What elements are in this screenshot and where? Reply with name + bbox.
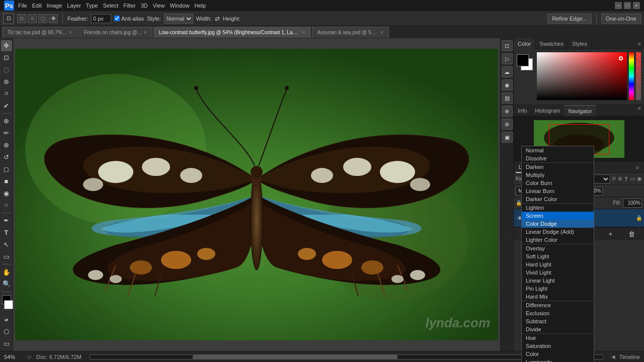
navigator-arrow[interactable]: ▷ xyxy=(28,354,32,359)
menu-edit[interactable]: Edit xyxy=(32,3,42,9)
close-tab-3[interactable]: × xyxy=(302,30,305,35)
rect-select-icon[interactable]: □ xyxy=(17,14,26,23)
ellipse-select-icon[interactable]: ○ xyxy=(28,14,37,23)
menu-layer[interactable]: Layer xyxy=(67,3,81,9)
new-layer-button[interactable]: + xyxy=(605,229,615,239)
blend-item-difference[interactable]: Difference xyxy=(522,301,594,309)
filter-adjustment-icon[interactable]: ⊕ xyxy=(618,175,622,182)
move-icon[interactable]: ✥ xyxy=(49,14,58,23)
color-gradient-picker[interactable] xyxy=(537,52,627,100)
quick-select-tool[interactable]: ⊛ xyxy=(1,76,12,87)
feather-input[interactable] xyxy=(91,14,111,23)
scrollbar-thumb[interactable] xyxy=(193,355,398,359)
menu-type[interactable]: Type xyxy=(86,3,98,9)
options-icon-4[interactable]: ◉ xyxy=(502,79,513,90)
spot-healing-tool[interactable]: ⊕ xyxy=(1,116,12,127)
blend-item-linear-dodge[interactable]: Linear Dodge (Add) xyxy=(522,228,594,236)
nav-tab-info[interactable]: Info xyxy=(514,105,531,116)
screen-mode-button[interactable]: ▭ xyxy=(1,338,12,349)
menu-help[interactable]: Help xyxy=(195,3,206,9)
blend-item-hue[interactable]: Hue xyxy=(522,334,594,342)
blend-item-dissolve[interactable]: Dissolve xyxy=(522,154,594,162)
pen-tool[interactable]: ✒ xyxy=(1,215,12,226)
path-select-tool[interactable]: ↖ xyxy=(1,239,12,250)
shape-tool[interactable]: ▭ xyxy=(1,251,12,262)
scroll-left-arrow[interactable]: ◀ xyxy=(611,354,615,359)
options-icon-2[interactable]: ▷ xyxy=(502,53,513,64)
color-tab-color[interactable]: Color xyxy=(514,38,535,49)
blend-item-lighten[interactable]: Lighten xyxy=(522,204,594,212)
fill-input[interactable] xyxy=(623,199,642,208)
close-tab-1[interactable]: × xyxy=(69,30,72,35)
blend-item-hard-light[interactable]: Hard Light xyxy=(522,260,594,268)
history-brush-tool[interactable]: ↺ xyxy=(1,152,12,163)
color-tab-styles[interactable]: Styles xyxy=(568,38,592,49)
filter-pixel-icon[interactable]: P xyxy=(612,176,616,182)
blend-item-pin-light[interactable]: Pin Light xyxy=(522,285,594,293)
menu-filter[interactable]: Filter xyxy=(123,3,135,9)
nav-tab-navigator[interactable]: Navigator xyxy=(564,105,596,116)
filter-type-icon[interactable]: T xyxy=(624,176,628,182)
close-button[interactable]: × xyxy=(633,2,640,9)
menu-file[interactable]: File xyxy=(18,3,27,9)
quick-mask-button[interactable]: ⬡ xyxy=(1,326,12,337)
blend-item-saturation[interactable]: Saturation xyxy=(522,342,594,350)
blend-item-multiply[interactable]: Multiply xyxy=(522,171,594,179)
close-tab-4[interactable]: × xyxy=(380,30,383,35)
hue-bar[interactable] xyxy=(629,52,634,100)
brush-tool[interactable]: ✏ xyxy=(1,128,12,139)
blend-item-linear-light[interactable]: Linear Light xyxy=(522,277,594,285)
blend-item-darken[interactable]: Darken xyxy=(522,163,594,171)
options-icon-8[interactable]: ▣ xyxy=(502,132,513,143)
eyedropper-tool[interactable]: ✔ xyxy=(1,100,12,111)
nav-tab-histogram[interactable]: Histogram xyxy=(531,105,564,116)
delete-layer-button[interactable]: 🗑 xyxy=(626,229,636,239)
options-icon-6[interactable]: ⊕ xyxy=(502,106,513,117)
blend-item-screen[interactable]: Screen xyxy=(522,212,594,220)
menu-image[interactable]: Image xyxy=(47,3,62,9)
blend-item-divide[interactable]: Divide xyxy=(522,325,594,333)
blur-tool[interactable]: ◉ xyxy=(1,188,12,199)
maximize-button[interactable]: □ xyxy=(624,2,631,9)
blend-item-darker-color[interactable]: Darker Color xyxy=(522,195,594,203)
close-tab-2[interactable]: × xyxy=(144,30,147,35)
zoom-tool[interactable]: 🔍 xyxy=(1,279,12,290)
blend-item-lighter-color[interactable]: Lighter Color xyxy=(522,236,594,244)
blend-item-linear-burn[interactable]: Linear Burn xyxy=(522,187,594,195)
blend-item-soft-light[interactable]: Soft Light xyxy=(522,252,594,260)
nav-panel-menu[interactable]: ≡ xyxy=(635,105,644,116)
menu-window[interactable]: Window xyxy=(170,3,189,9)
blend-item-color[interactable]: Color xyxy=(522,350,594,358)
blend-item-overlay[interactable]: Overlay xyxy=(522,244,594,252)
blend-item-color-dodge[interactable]: Color Dodge xyxy=(522,220,594,228)
gradient-tool[interactable]: ■ xyxy=(1,175,12,187)
color-panel-menu[interactable]: ≡ xyxy=(635,41,644,47)
tab-tictactoe[interactable]: Tic tac toe.psd @ 66.7%... × xyxy=(2,27,77,38)
refine-edge-button[interactable]: Refine Edge... xyxy=(547,14,592,24)
options-icon-1[interactable]: ⊡ xyxy=(502,40,513,51)
blend-item-normal[interactable]: Normal xyxy=(522,146,594,154)
text-tool[interactable]: T xyxy=(1,227,12,238)
tab-butterfly[interactable]: Low-contrast butterfly.jpg @ 54% (Bright… xyxy=(153,27,311,38)
eraser-tool[interactable]: ◻ xyxy=(1,163,12,174)
minimize-button[interactable]: ─ xyxy=(615,2,622,9)
move-tool[interactable]: ✥ xyxy=(1,40,12,51)
crop-tool[interactable]: ⌗ xyxy=(1,88,12,99)
layout-button[interactable]: One-on-One xyxy=(601,14,641,24)
tab-friends[interactable]: Friends on chairs.jpg @... × xyxy=(78,27,152,38)
lasso-icon[interactable]: ◌ xyxy=(38,14,47,23)
antialias-checkbox[interactable] xyxy=(114,16,120,21)
filter-shape-icon[interactable]: ▭ xyxy=(630,175,635,182)
swap-colors-icon[interactable]: ⇄ xyxy=(1,314,12,325)
menu-view[interactable]: View xyxy=(153,3,165,9)
options-icon-3[interactable]: ☁ xyxy=(502,66,513,77)
layers-panel-menu[interactable]: ≡ xyxy=(633,164,642,170)
lasso-tool[interactable]: ◌ xyxy=(1,64,12,75)
color-tab-swatches[interactable]: Swatches xyxy=(535,38,568,49)
blend-item-exclusion[interactable]: Exclusion xyxy=(522,309,594,317)
blend-item-vivid-light[interactable]: Vivid Light xyxy=(522,268,594,277)
style-select[interactable]: Normal xyxy=(164,14,193,24)
blend-item-subtract[interactable]: Subtract xyxy=(522,317,594,325)
blend-item-luminosity[interactable]: Luminosity xyxy=(522,358,594,362)
hand-tool[interactable]: ✋ xyxy=(1,266,12,278)
